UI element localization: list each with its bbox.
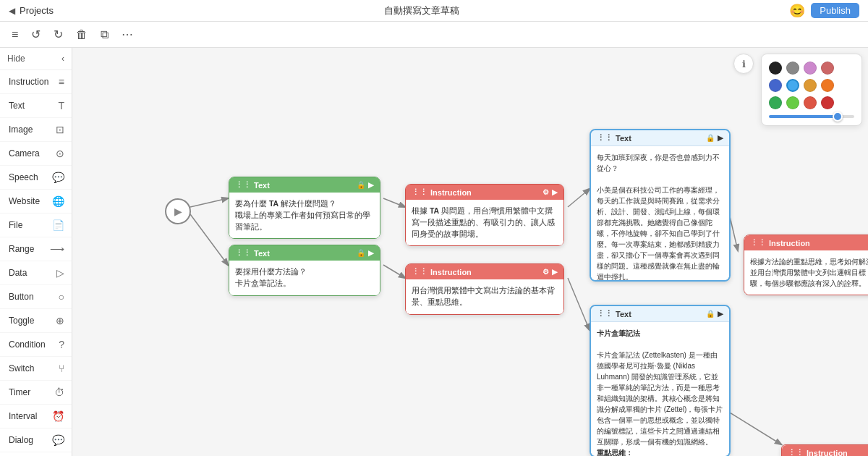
instruction-node-3[interactable]: ⋮⋮ Instruction ⚙ ▶ 根據方法論的重點思維，思考如何解決TA痛點… [744,235,868,295]
text-node-4[interactable]: ⋮⋮ Text 🔒 ▶ 卡片盒筆記法 卡片盒筆記法 (Zettelkasten)… [590,305,731,456]
text-node-2[interactable]: ⋮⋮ Text 🔒 ▶ 要採用什麼方法論？卡片盒筆記法。 [229,245,380,296]
play-icon[interactable]: ▶ [552,188,558,196]
color-gray[interactable] [786,62,799,75]
instruction-node-1-header: ⋮⋮ Instruction ⚙ ▶ [406,185,563,200]
hide-button[interactable]: Hide ‹ [0,48,72,70]
text-node-3-body: 每天加班到深夜，你是否也曾感到力不從心？ 小美是個在科技公司工作的專案經理，每天… [591,146,729,280]
canvas[interactable]: ℹ [72,48,868,456]
lock-icon[interactable]: 🔒 [706,310,715,318]
svg-line-3 [383,265,405,278]
sidebar-item-interval[interactable]: Interval ⏰ [0,405,72,428]
text-node-3[interactable]: ⋮⋮ Text 🔒 ▶ 每天加班到深夜，你是否也曾感到力不從心？ 小美是個在科技… [590,129,731,282]
toggle-label: Toggle [9,316,34,326]
node-label: Instruction [769,239,810,248]
sidebar-item-image[interactable]: Image ⊡ [0,118,72,142]
instruction-node-3-body: 根據方法論的重點思維，思考如何解決TA痛點，並用台灣慣用繁體中文列出邏輯目標，討… [744,250,868,295]
color-panel [761,54,862,126]
color-orange-light[interactable] [804,79,817,92]
dialog-label: Dialog [9,435,33,445]
instruction-node-4-header: ⋮⋮ Instruction ⚙ ▶ [782,445,868,456]
sidebar-item-website[interactable]: Website 🌐 [0,190,72,214]
delete-icon[interactable]: 🗑 [73,27,90,43]
hide-label: Hide [7,54,25,64]
sidebar-item-data[interactable]: Data ▷ [0,261,72,285]
instruction-node-2[interactable]: ⋮⋮ Instruction ⚙ ▶ 用台灣慣用繁體中文寫出方法論的基本背景、重… [405,263,564,315]
button-icon: ○ [59,291,64,303]
node-label: Text [254,181,270,190]
instruction-node-1[interactable]: ⋮⋮ Instruction ⚙ ▶ 根據 TA 與問題，用台灣慣用繁體中文撰寫… [405,184,564,246]
sidebar-item-toggle[interactable]: Toggle ⊕ [0,309,72,333]
info-button[interactable]: ℹ [733,54,754,74]
speech-icon: 💬 [52,172,64,183]
sidebar-item-camera[interactable]: Camera ⊙ [0,142,72,166]
color-blue-dark[interactable] [769,79,782,92]
color-red[interactable] [821,62,834,75]
text-node-2-header: ⋮⋮ Text 🔒 ▶ [229,245,380,261]
sidebar-item-timer[interactable]: Timer ⏱ [0,381,72,405]
grid-icon: ⋮⋮ [750,238,766,248]
play-icon[interactable]: ▶ [368,249,374,257]
play-icon[interactable]: ▶ [552,268,558,276]
play-icon[interactable]: ▶ [368,181,374,189]
play-icon[interactable]: ▶ [718,134,723,142]
condition-label: Condition [9,339,46,350]
sidebar-item-text[interactable]: Text T [0,94,72,118]
sidebar-item-dialog[interactable]: Dialog 💬 [0,428,72,452]
hide-chevron-icon: ‹ [61,54,64,64]
instruction-icon: ≡ [59,76,64,88]
sidebar-item-switch[interactable]: Switch ⑂ [0,357,72,381]
timer-icon: ⏱ [54,387,64,398]
color-green[interactable] [786,96,799,109]
node-label: Text [254,249,270,258]
start-circle[interactable]: ▶ [165,198,191,224]
emoji-button[interactable]: 😊 [789,3,805,19]
node-label: Text [616,134,631,143]
more-icon[interactable]: ⋯ [119,26,136,43]
sidebar-item-speech[interactable]: Speech 💬 [0,166,72,190]
color-purple[interactable] [804,62,817,75]
instruction-label: Instruction [9,77,48,87]
color-orange[interactable] [821,79,834,92]
text-node-1[interactable]: ⋮⋮ Text 🔒 ▶ 要為什麼 TA 解決什麼問題？職場上的專業工作者如何預寫… [229,177,380,239]
play-icon[interactable]: ▶ [718,310,723,318]
website-label: Website [9,196,40,206]
sidebar-item-file[interactable]: File 📄 [0,214,72,237]
svg-line-4 [568,189,590,207]
button-label: Button [9,292,34,302]
file-icon: 📄 [52,219,64,231]
lock-icon[interactable]: 🔒 [357,181,365,189]
color-red-med[interactable] [804,96,817,109]
size-slider[interactable] [769,115,854,118]
settings-icon[interactable]: ⚙ [542,188,549,196]
color-blue-light[interactable] [786,79,799,92]
back-button[interactable]: ◀ Projects [9,5,54,16]
node-label: Instruction [807,449,848,457]
color-row-3 [769,96,854,109]
publish-button[interactable]: Publish [811,3,859,18]
sidebar-item-button[interactable]: Button ○ [0,285,72,309]
color-red-dark[interactable] [821,96,834,109]
sidebar-item-range[interactable]: Range ⟶ [0,237,72,261]
redo-icon[interactable]: ↻ [51,26,66,43]
switch-label: Switch [9,363,34,373]
condition-icon: ? [59,339,64,350]
interval-icon: ⏰ [52,410,64,422]
node-label: Instruction [430,188,472,197]
text-label: Text [9,101,25,111]
grid-icon: ⋮⋮ [412,187,427,197]
instruction-node-4[interactable]: ⋮⋮ Instruction ⚙ ▶ [781,444,868,456]
copy-icon[interactable]: ⧉ [98,27,111,43]
lock-icon[interactable]: 🔒 [706,134,715,142]
color-green-dark[interactable] [769,96,782,109]
instruction-node-1-body: 根據 TA 與問題，用台灣慣用繁體中文撰寫一段描述重點的、有吸引力的、讓人感同身… [406,200,563,245]
toggle-icon: ⊕ [56,315,64,326]
sidebar-item-instruction[interactable]: Instruction ≡ [0,70,72,94]
play-icon: ▶ [174,206,182,217]
menu-icon[interactable]: ≡ [9,27,21,43]
sidebar: Hide ‹ Instruction ≡ Text T Image ⊡ Came… [0,48,72,456]
lock-icon[interactable]: 🔒 [357,249,365,257]
sidebar-item-condition[interactable]: Condition ? [0,333,72,357]
settings-icon[interactable]: ⚙ [542,268,549,276]
undo-icon[interactable]: ↺ [28,26,43,43]
color-black[interactable] [769,62,782,75]
